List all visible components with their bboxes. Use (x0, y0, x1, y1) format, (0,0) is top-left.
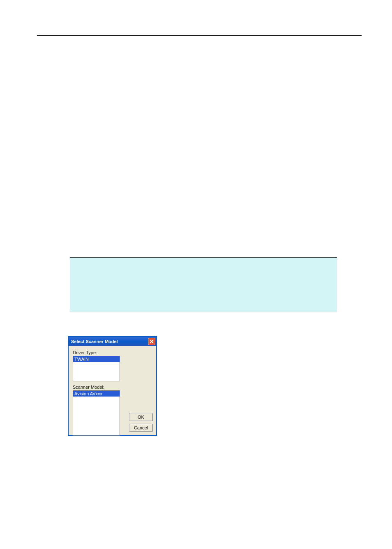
dialog-body: Driver Type: TWAIN Scanner Model: Avisio… (69, 346, 156, 435)
driver-type-label: Driver Type: (73, 350, 152, 355)
dialog-button-group: OK Cancel (129, 413, 153, 432)
select-scanner-dialog: Select Scanner Model Driver Type: TWAIN … (68, 336, 157, 436)
cancel-button[interactable]: Cancel (129, 424, 153, 432)
dialog-titlebar[interactable]: Select Scanner Model (69, 337, 156, 346)
ok-button[interactable]: OK (129, 413, 153, 421)
scanner-model-listbox[interactable]: Avision AVxxx (73, 390, 120, 436)
horizontal-divider (37, 35, 362, 36)
dialog-title: Select Scanner Model (71, 339, 118, 344)
list-item[interactable]: TWAIN (73, 356, 120, 362)
scanner-model-label: Scanner Model: (73, 385, 152, 390)
close-icon[interactable] (148, 338, 155, 345)
list-item[interactable]: Avision AVxxx (73, 391, 120, 397)
driver-type-listbox[interactable]: TWAIN (73, 356, 120, 381)
info-highlight-box (70, 257, 337, 312)
